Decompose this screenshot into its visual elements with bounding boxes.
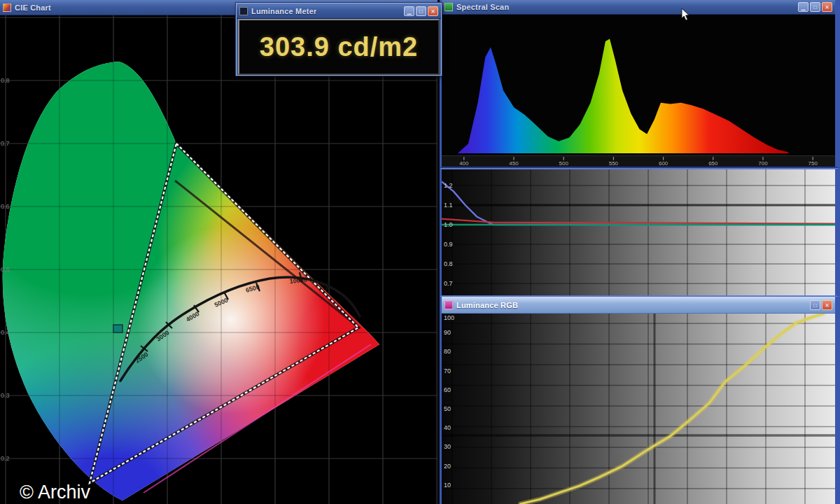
svg-text:1.0: 1.0 — [444, 221, 453, 228]
svg-text:0.7: 0.7 — [444, 280, 453, 287]
luminance-rgb-titlebar[interactable]: Luminance RGB □ ✕ — [442, 297, 835, 314]
gamma-plot: 100908070605040302010 — [442, 314, 835, 504]
svg-text:450: 450 — [509, 160, 519, 167]
cie-window-title: CIE Chart — [15, 4, 51, 12]
svg-text:90: 90 — [444, 329, 451, 336]
copyright-watermark: © Archiv — [20, 482, 90, 503]
luminance-titlebar[interactable]: Luminance Meter ▁ □ ✕ — [237, 4, 441, 19]
luminance-rgb-maximize-button[interactable]: □ — [810, 300, 820, 310]
svg-text:60: 60 — [444, 386, 451, 393]
spectral-plot — [442, 15, 835, 155]
svg-text:0.8: 0.8 — [444, 260, 453, 267]
cie-window-icon — [3, 4, 11, 12]
spectral-window-icon — [444, 3, 453, 11]
spectral-maximize-button[interactable]: □ — [810, 2, 820, 12]
mouse-cursor — [681, 8, 691, 21]
svg-text:650: 650 — [708, 160, 718, 167]
luminance-rgb-window-icon — [444, 301, 453, 309]
svg-text:1.1: 1.1 — [444, 202, 453, 209]
svg-text:70: 70 — [444, 368, 451, 374]
spectral-titlebar[interactable]: Spectral Scan ▁ □ ✕ — [442, 0, 835, 15]
svg-text:80: 80 — [444, 348, 451, 355]
svg-text:600: 600 — [659, 160, 668, 167]
cie-diagram: 2500300040005000650010000 0.80.70.60.50.… — [0, 15, 438, 504]
spectral-window-title: Spectral Scan — [456, 3, 509, 11]
spectral-minimize-button[interactable]: ▁ — [798, 2, 808, 12]
luminance-rgb-window-title: Luminance RGB — [456, 301, 518, 309]
luminance-window-icon — [239, 7, 248, 15]
svg-text:400: 400 — [459, 160, 469, 167]
svg-text:100: 100 — [444, 314, 454, 321]
svg-text:700: 700 — [758, 160, 768, 167]
luminance-maximize-button[interactable]: □ — [416, 6, 426, 16]
svg-text:0.6: 0.6 — [1, 203, 10, 210]
svg-text:0.7: 0.7 — [1, 140, 10, 147]
svg-text:20: 20 — [444, 463, 451, 470]
svg-text:30: 30 — [444, 443, 451, 450]
window-spectral-scan: Spectral Scan ▁ □ ✕ 400450500550600 — [440, 0, 840, 168]
window-luminance-rgb: Luminance RGB □ ✕ 100908070605040302010 — [440, 297, 840, 504]
window-cie-chart: CIE Chart — [0, 0, 438, 504]
luminance-window-title: Luminance Meter — [251, 7, 316, 15]
svg-text:0.9: 0.9 — [444, 241, 453, 248]
svg-text:0.2: 0.2 — [1, 455, 10, 462]
luminance-rgb-close-button[interactable]: ✕ — [822, 300, 832, 310]
svg-text:0.4: 0.4 — [1, 329, 10, 336]
luminance-reading: 303.9 cd/m2 — [260, 32, 418, 62]
measured-point-marker — [113, 325, 122, 332]
svg-text:550: 550 — [609, 160, 619, 167]
window-rgb-balance: 1.21.11.00.90.80.7 — [440, 168, 840, 297]
luminance-minimize-button[interactable]: ▁ — [404, 6, 414, 16]
svg-text:0.8: 0.8 — [1, 77, 10, 84]
luminance-close-button[interactable]: ✕ — [428, 6, 438, 16]
window-luminance-meter: Luminance Meter ▁ □ ✕ 303.9 cd/m2 — [236, 3, 442, 76]
svg-text:50: 50 — [444, 405, 451, 412]
spectral-x-axis: 400450500550600650700750 — [442, 155, 835, 167]
luminance-reading-panel: 303.9 cd/m2 — [238, 19, 440, 75]
calibration-app-screen: CIE Chart — [0, 0, 840, 504]
svg-text:10: 10 — [444, 482, 451, 489]
svg-text:0.3: 0.3 — [1, 392, 10, 399]
svg-text:40: 40 — [444, 424, 451, 431]
svg-text:1.2: 1.2 — [444, 182, 453, 189]
svg-text:500: 500 — [559, 160, 569, 167]
svg-text:750: 750 — [808, 160, 818, 167]
rgb-balance-plot: 1.21.11.00.90.80.7 — [442, 169, 835, 295]
svg-text:0.5: 0.5 — [1, 266, 10, 273]
spectral-close-button[interactable]: ✕ — [822, 2, 832, 12]
